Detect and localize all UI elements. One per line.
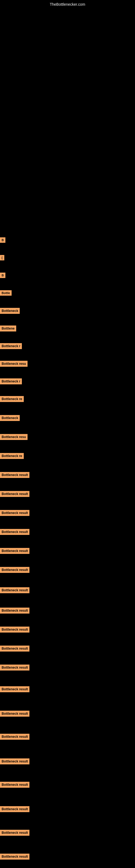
bottleneck-label-23: Bottleneck result [0,646,30,652]
bottleneck-label-8: Bottleneck resu [0,361,28,367]
bottleneck-label-30: Bottleneck result [0,806,30,812]
bottleneck-label-27: Bottleneck result [0,734,30,740]
bottleneck-label-15: Bottleneck result [0,491,30,497]
bottleneck-label-5: Bottleneck [0,308,20,314]
bottleneck-label-1: B [0,237,5,243]
bottleneck-label-13: Bottleneck re [0,453,24,459]
bottleneck-label-29: Bottleneck result [0,782,30,788]
bottleneck-label-6: Bottlene [0,326,16,332]
bottleneck-label-16: Bottleneck result [0,510,30,516]
bottleneck-label-12: Bottleneck resu [0,434,28,440]
bottleneck-label-4: Bottle [0,290,12,296]
bottleneck-label-10: Bottleneck re [0,396,24,402]
bottleneck-label-11: Bottleneck [0,415,20,421]
bottleneck-label-17: Bottleneck result [0,529,30,535]
site-title: TheBottlenecker.com [50,2,85,6]
bottleneck-label-24: Bottleneck result [0,664,30,671]
bottleneck-label-9: Bottleneck r [0,378,22,384]
bottleneck-label-25: Bottleneck result [0,686,30,692]
bottleneck-label-19: Bottleneck result [0,567,30,573]
bottleneck-label-22: Bottleneck result [0,627,30,632]
bottleneck-label-7: Bottleneck r [0,343,22,349]
bottleneck-label-3: B [0,273,5,278]
bottleneck-label-21: Bottleneck result [0,608,30,614]
bottleneck-label-20: Bottleneck result [0,587,30,593]
bottleneck-label-31: Bottleneck result [0,830,30,836]
bottleneck-label-28: Bottleneck result [0,758,30,764]
bottleneck-label-2: [ [0,255,4,260]
bottleneck-label-32: Bottleneck result [0,854,30,860]
bottleneck-label-26: Bottleneck result [0,711,30,717]
bottleneck-label-18: Bottleneck result [0,548,30,554]
bottleneck-label-14: Bottleneck result [0,472,30,478]
